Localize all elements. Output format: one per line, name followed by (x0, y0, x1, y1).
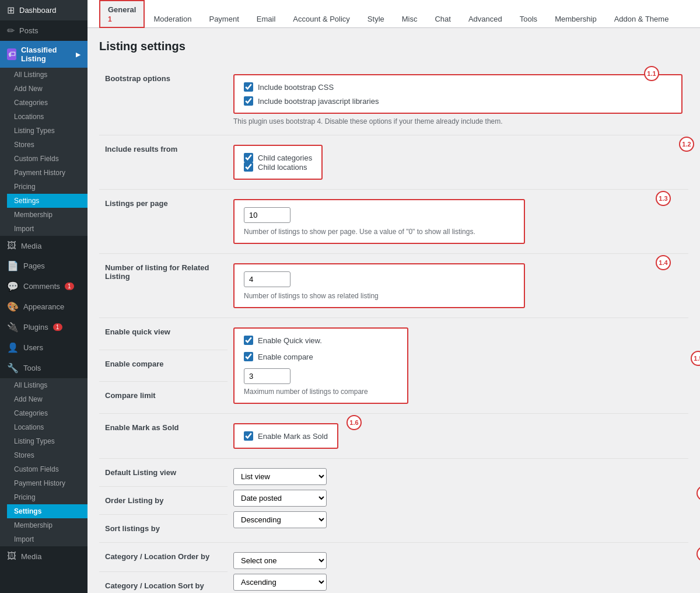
annotation-1-1: 1.1 (644, 66, 659, 81)
sort-by-select[interactable]: Descending Ascending (233, 511, 327, 528)
sidebar-item-listing-types[interactable]: Listing Types (7, 124, 88, 138)
sidebar-item-locations-2[interactable]: Locations (7, 420, 88, 434)
tab-advanced[interactable]: Advanced (460, 9, 511, 28)
related-listing-row: Number of listing for Related Listing 1.… (99, 254, 688, 318)
mark-as-sold-label: Enable Mark as Sold (105, 423, 178, 432)
plugins-badge: 1 (53, 323, 62, 331)
include-results-row: Include results from Child categories Ch… (99, 135, 688, 190)
default-view-row: Default Listing view List view Grid view… (99, 459, 688, 487)
compare-label: Enable compare (105, 360, 163, 368)
compare-checkbox[interactable] (244, 352, 253, 361)
settings-content: Listing settings Bootstrap options Inclu… (88, 28, 700, 593)
tab-payment[interactable]: Payment (200, 9, 247, 28)
sidebar-item-categories[interactable]: Categories (7, 96, 88, 110)
appearance-icon: 🎨 (7, 301, 19, 312)
sidebar-item-listing-types-2[interactable]: Listing Types (7, 434, 88, 448)
sidebar: ⊞ Dashboard ✏ Posts 🏷 Classified Listing… (0, 0, 88, 593)
tab-misc[interactable]: Misc (393, 9, 426, 28)
sidebar-item-pricing-2[interactable]: Pricing (7, 490, 88, 504)
sidebar-item-stores[interactable]: Stores (7, 138, 88, 152)
classified-listing-submenu: All Listings Add New Categories Location… (0, 68, 88, 236)
page-title: Listing settings (99, 40, 688, 53)
tab-email[interactable]: Email (248, 9, 285, 28)
comments-icon: 💬 (7, 281, 19, 292)
pages-icon: 📄 (7, 260, 19, 271)
sidebar-item-custom-fields-2[interactable]: Custom Fields (7, 462, 88, 476)
sidebar-item-add-new-2[interactable]: Add New (7, 392, 88, 406)
bootstrap-row: Bootstrap options Include bootstrap CSS … (99, 65, 688, 135)
sidebar-item-import[interactable]: Import (7, 222, 88, 236)
tab-chat[interactable]: Chat (426, 9, 459, 28)
cat-loc-sort-label: Category / Location Sort by (105, 581, 204, 590)
cat-loc-order-label: Category / Location Order by (105, 552, 209, 561)
sidebar-item-payment-history-2[interactable]: Payment History (7, 476, 88, 490)
sidebar-item-settings-2[interactable]: Settings (7, 504, 88, 518)
sidebar-item-plugins[interactable]: 🔌 Plugins 1 (0, 317, 88, 337)
sidebar-item-posts[interactable]: ✏ Posts (0, 20, 88, 41)
annotation-1-5: 1.5 (691, 351, 700, 366)
cat-loc-sort-select[interactable]: Ascending Descending (233, 574, 327, 591)
tab-membership[interactable]: Membership (546, 9, 606, 28)
tab-account-policy[interactable]: Account & Policy (284, 9, 359, 28)
sidebar-item-tools[interactable]: 🔧 Tools (0, 358, 88, 378)
tabs-bar: General 1 Moderation Payment Email Accou… (88, 0, 700, 28)
order-by-select[interactable]: Date posted Title Price (233, 490, 327, 507)
order-by-label: Order Listing by (105, 496, 163, 505)
sidebar-item-payment-history[interactable]: Payment History (7, 166, 88, 180)
mark-as-sold-checkbox[interactable] (244, 431, 253, 441)
sidebar-item-classified-listing[interactable]: 🏷 Classified Listing ▶ (0, 41, 88, 68)
child-locations-checkbox[interactable] (244, 162, 253, 172)
sidebar-item-locations[interactable]: Locations (7, 110, 88, 124)
media-bottom-icon: 🖼 (7, 551, 16, 561)
sidebar-item-appearance[interactable]: 🎨 Appearance (0, 296, 88, 317)
classified-listing-icon: 🏷 (7, 48, 16, 60)
sidebar-item-users[interactable]: 👤 Users (0, 337, 88, 358)
cat-loc-order-select[interactable]: Select one Name Count (233, 552, 327, 569)
quick-view-checkbox[interactable] (244, 336, 253, 345)
dashboard-icon: ⊞ (7, 5, 15, 16)
child-categories-row: Child categories (244, 153, 312, 162)
posts-icon: ✏ (7, 25, 15, 36)
sidebar-item-all-listings[interactable]: All Listings (7, 68, 88, 82)
sidebar-item-all-listings-2[interactable]: All Listings (7, 378, 88, 392)
sidebar-item-categories-2[interactable]: Categories (7, 406, 88, 420)
default-view-select[interactable]: List view Grid view (233, 468, 327, 485)
tab-addon-theme[interactable]: Addon & Theme (606, 9, 678, 28)
sidebar-item-membership-2[interactable]: Membership (7, 518, 88, 532)
sort-by-label: Sort listings by (105, 524, 160, 533)
sidebar-item-add-new[interactable]: Add New (7, 82, 88, 96)
bootstrap-js-row: Include bootstrap javascript libraries (244, 96, 672, 106)
sidebar-item-stores-2[interactable]: Stores (7, 448, 88, 462)
tab-moderation[interactable]: Moderation (145, 9, 200, 28)
sidebar-item-pricing[interactable]: Pricing (7, 180, 88, 194)
settings-table: Bootstrap options Include bootstrap CSS … (99, 65, 688, 593)
tab-general[interactable]: General 1 (99, 0, 145, 28)
listings-per-page-label: Listings per page (105, 199, 168, 208)
sidebar-item-pages[interactable]: 📄 Pages (0, 256, 88, 276)
listings-per-page-input[interactable] (244, 207, 290, 223)
child-categories-checkbox[interactable] (244, 153, 253, 162)
bootstrap-help: This plugin uses bootstrap 4. Disable th… (233, 117, 682, 125)
tab-style[interactable]: Style (359, 9, 393, 28)
related-listing-help: Number of listings to show as related li… (244, 292, 514, 300)
sidebar-item-comments[interactable]: 💬 Comments 1 (0, 276, 88, 296)
bootstrap-js-checkbox[interactable] (244, 96, 253, 106)
bootstrap-css-checkbox[interactable] (244, 82, 253, 92)
sidebar-item-dashboard[interactable]: ⊞ Dashboard (0, 0, 88, 20)
quick-view-checkbox-row: Enable Quick view. (244, 336, 398, 345)
sidebar-item-settings[interactable]: Settings (7, 194, 88, 208)
annotation-1-6: 1.6 (346, 415, 362, 430)
sidebar-item-custom-fields[interactable]: Custom Fields (7, 152, 88, 166)
listings-per-page-row: Listings per page 1.3 Number of listings… (99, 190, 688, 254)
sidebar-item-media-bottom[interactable]: 🖼 Media (0, 546, 88, 566)
sidebar-item-import-2[interactable]: Import (7, 532, 88, 546)
related-listing-input[interactable] (244, 271, 290, 287)
compare-limit-label: Compare limit (105, 391, 156, 400)
compare-limit-input[interactable] (244, 368, 290, 384)
sidebar-item-media[interactable]: 🖼 Media (0, 236, 88, 256)
tools-icon: 🔧 (7, 362, 19, 374)
sidebar-item-membership[interactable]: Membership (7, 208, 88, 222)
quick-view-label: Enable quick view (105, 327, 170, 336)
mark-as-sold-row: Enable Mark as Sold Enable Mark as Sold … (99, 414, 688, 459)
tab-tools[interactable]: Tools (511, 9, 546, 28)
